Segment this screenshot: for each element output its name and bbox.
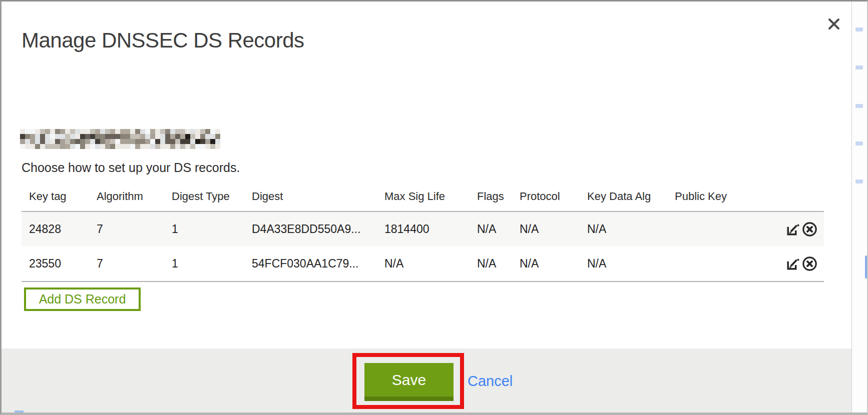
row-actions — [755, 256, 824, 272]
modal-title: Manage DNSSEC DS Records — [22, 28, 304, 52]
cell-max-sig-life: N/A — [384, 257, 477, 270]
cancel-link[interactable]: Cancel — [468, 373, 513, 390]
background-artifact — [855, 66, 863, 70]
background-artifact — [855, 28, 863, 32]
cell-protocol: N/A — [520, 222, 587, 236]
column-header-algorithm: Algorithm — [97, 190, 172, 203]
edit-record-button[interactable] — [784, 221, 801, 238]
background-artifact — [855, 142, 863, 146]
background-artifact — [855, 104, 863, 108]
delete-record-button[interactable] — [801, 221, 818, 238]
cell-flags: N/A — [477, 222, 520, 236]
add-ds-record-button[interactable]: Add DS Record — [24, 288, 141, 311]
close-button[interactable] — [823, 14, 844, 34]
cell-digest: 54FCF030AA1C79... — [252, 257, 384, 270]
domain-name-redacted — [20, 129, 220, 149]
column-header-digest: Digest — [252, 190, 384, 203]
column-header-max-sig-life: Max Sig Life — [384, 190, 477, 203]
background-scrollbar-thumb — [865, 256, 867, 278]
column-header-key-data-alg: Key Data Alg — [587, 190, 675, 203]
delete-record-button[interactable] — [801, 256, 818, 272]
ds-records-table: Key tag Algorithm Digest Type Digest Max… — [22, 182, 824, 282]
cell-key-data-alg: N/A — [587, 222, 675, 236]
background-artifact — [855, 180, 863, 184]
cell-digest-type: 1 — [172, 257, 252, 270]
instruction-text: Choose how to set up your DS records. — [22, 160, 240, 175]
cell-key-tag: 24828 — [29, 222, 97, 236]
background-artifact — [15, 410, 24, 414]
edit-icon — [784, 221, 801, 238]
column-header-flags: Flags — [477, 190, 520, 203]
cell-key-tag: 23550 — [29, 257, 97, 270]
row-actions — [755, 221, 824, 238]
screenshot-frame: Manage DNSSEC DS Records Choose how to s… — [0, 0, 868, 415]
cell-key-data-alg: N/A — [587, 257, 675, 270]
cell-digest: D4A33E8DD550A9... — [252, 222, 384, 236]
cell-flags: N/A — [477, 257, 520, 270]
manage-dnssec-modal: Manage DNSSEC DS Records Choose how to s… — [2, 2, 852, 412]
column-header-public-key: Public Key — [675, 190, 755, 203]
cell-protocol: N/A — [520, 257, 587, 270]
cell-algorithm: 7 — [97, 222, 172, 236]
edit-icon — [784, 256, 801, 272]
table-row: 24828 7 1 D4A33E8DD550A9... 1814400 N/A … — [22, 212, 824, 246]
circle-x-icon — [801, 256, 818, 272]
cell-algorithm: 7 — [97, 257, 172, 270]
cell-max-sig-life: 1814400 — [384, 222, 477, 236]
background-page-strip — [852, 2, 867, 412]
table-header-row: Key tag Algorithm Digest Type Digest Max… — [22, 182, 824, 211]
column-header-protocol: Protocol — [520, 190, 587, 203]
table-body: 24828 7 1 D4A33E8DD550A9... 1814400 N/A … — [22, 211, 824, 282]
edit-record-button[interactable] — [784, 256, 801, 272]
column-header-digest-type: Digest Type — [172, 190, 252, 203]
cell-digest-type: 1 — [172, 222, 252, 236]
circle-x-icon — [801, 221, 818, 238]
table-row: 23550 7 1 54FCF030AA1C79... N/A N/A N/A … — [22, 246, 824, 281]
save-button[interactable]: Save — [364, 363, 454, 401]
close-icon — [825, 26, 842, 34]
column-header-key-tag: Key tag — [29, 190, 97, 203]
